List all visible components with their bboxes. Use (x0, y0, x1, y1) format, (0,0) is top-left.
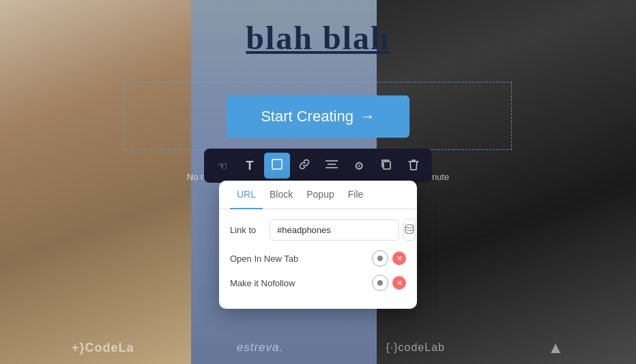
logo-lab: ▲ (547, 338, 564, 357)
svg-rect-4 (384, 162, 390, 169)
tab-popup[interactable]: Popup (300, 181, 341, 209)
link-button[interactable] (291, 153, 317, 179)
toolbar: ☜ T ⚙ (204, 149, 432, 183)
link-panel-tabs: URL Block Popup File (219, 181, 417, 209)
logo-codelab-2: {·}codeLab (386, 342, 445, 354)
delete-button[interactable] (401, 153, 427, 179)
drag-button[interactable]: ☜ (209, 153, 235, 179)
logo-estreva: estreva. (237, 341, 283, 354)
settings-icon: ⚙ (354, 160, 364, 172)
tab-file[interactable]: File (341, 181, 371, 209)
copy-icon (381, 159, 392, 172)
toggle-dot (377, 280, 383, 286)
link-to-input[interactable] (270, 219, 399, 241)
delete-icon (408, 159, 419, 173)
link-panel: URL Block Popup File Link to Open In New (219, 181, 417, 309)
align-button[interactable] (319, 153, 345, 179)
tab-block[interactable]: Block (263, 181, 300, 209)
link-to-row: Link to (230, 219, 406, 241)
link-icon (298, 158, 310, 173)
toggle-dot (377, 256, 383, 261)
nofollow-close-button[interactable]: ✕ (392, 276, 406, 290)
nofollow-label: Make it Nofollow (230, 278, 295, 288)
open-new-tab-label: Open In New Tab (230, 254, 298, 264)
person-left (0, 0, 212, 364)
open-new-tab-toggle-container: ✕ (372, 250, 406, 267)
svg-rect-0 (272, 160, 282, 169)
start-creating-label: Start Creating (261, 108, 353, 125)
start-creating-button[interactable]: Start Creating → (227, 95, 409, 138)
open-new-tab-close-button[interactable]: ✕ (392, 252, 406, 265)
text-icon: T (246, 159, 254, 173)
align-icon (326, 160, 338, 172)
bottom-logos: +}CodeLa estreva. {·}codeLab ▲ (0, 338, 636, 357)
drag-icon: ☜ (218, 160, 227, 172)
block-icon (272, 159, 283, 172)
logo-codelab-1: +}CodeLa (72, 341, 134, 355)
svg-point-5 (405, 224, 414, 228)
nofollow-row: Make it Nofollow ✕ (230, 275, 406, 291)
link-db-icon-button[interactable] (403, 219, 416, 241)
open-new-tab-toggle-icon[interactable] (372, 250, 388, 267)
nofollow-toggle-icon[interactable] (372, 275, 388, 291)
database-icon (404, 224, 415, 237)
nofollow-toggle-container: ✕ (372, 275, 406, 291)
copy-button[interactable] (373, 153, 399, 179)
close-icon: ✕ (396, 279, 403, 288)
close-icon: ✕ (396, 254, 403, 263)
tab-url[interactable]: URL (230, 181, 263, 209)
open-new-tab-row: Open In New Tab ✕ (230, 250, 406, 267)
hero-title: blah blah (246, 19, 390, 57)
link-panel-body: Link to Open In New Tab (219, 209, 417, 309)
block-button[interactable] (264, 153, 290, 179)
arrow-icon: → (360, 108, 375, 125)
text-button[interactable]: T (237, 153, 263, 179)
settings-button[interactable]: ⚙ (346, 153, 372, 179)
link-to-label: Link to (230, 225, 270, 235)
